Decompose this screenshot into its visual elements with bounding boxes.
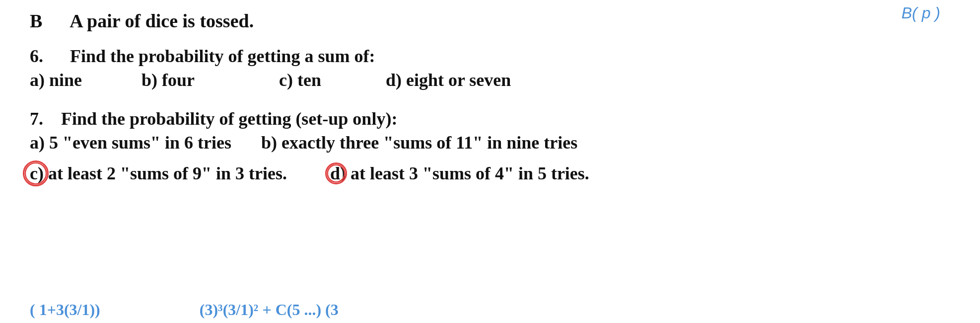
question-7-part-c-label: c)	[30, 163, 44, 184]
question-6: 6. Find the probability of getting a sum…	[30, 46, 950, 90]
question-7-part-d-label: d)	[330, 163, 346, 184]
question-7-header: 7. Find the probability of getting (set-…	[30, 108, 950, 129]
question-7-part-a: a) 5 "even sums" in 6 tries	[30, 132, 231, 153]
question-6-parts: a) nine b) four c) ten d) eight or seven	[30, 70, 950, 90]
question-7-part-d-wrapper: d) at least 3 "sums of 4" in 5 tries.	[330, 163, 589, 184]
question-7-part-b: b) exactly three "sums of 11" in nine tr…	[261, 132, 577, 153]
blue-annotation: B( p )	[902, 4, 940, 22]
bottom-formula: ( 1+3(3/1)) (3)³(3/1)² + C(5 ...) (3	[0, 301, 980, 319]
page-container: B( p ) B A pair of dice is tossed. 6. Fi…	[0, 0, 980, 323]
blue-annotation-text: B( p )	[902, 4, 940, 22]
section-b-label: B	[30, 10, 42, 31]
question-6-header: 6. Find the probability of getting a sum…	[30, 46, 950, 67]
question-7-parts-row1: a) 5 "even sums" in 6 tries b) exactly t…	[30, 132, 950, 153]
question-6-text: Find the probability of getting a sum of…	[70, 46, 375, 66]
formula-d: (3)³(3/1)² + C(5 ...) (3	[200, 301, 339, 319]
question-7-number: 7.	[30, 109, 43, 129]
question-6-number: 6.	[30, 46, 43, 66]
question-7-text: Find the probability of getting (set-up …	[61, 109, 397, 129]
section-b: B A pair of dice is tossed.	[30, 10, 950, 32]
question-7-parts-row2: c) at least 2 "sums of 9" in 3 tries. d)…	[30, 163, 950, 184]
question-6-part-b: b) four	[141, 70, 195, 90]
question-6-part-d: d) eight or seven	[386, 70, 511, 90]
question-6-part-c: c) ten	[279, 70, 321, 90]
question-7: 7. Find the probability of getting (set-…	[30, 108, 950, 184]
question-6-part-a: a) nine	[30, 70, 82, 90]
question-7-part-c-wrapper: c) at least 2 "sums of 9" in 3 tries.	[30, 163, 300, 184]
section-b-text: A pair of dice is tossed.	[70, 10, 254, 31]
formula-c: ( 1+3(3/1))	[30, 301, 100, 319]
question-7-part-c-text: at least 2 "sums of 9" in 3 tries.	[48, 163, 287, 184]
question-7-part-d-text: at least 3 "sums of 4" in 5 tries.	[350, 163, 589, 184]
